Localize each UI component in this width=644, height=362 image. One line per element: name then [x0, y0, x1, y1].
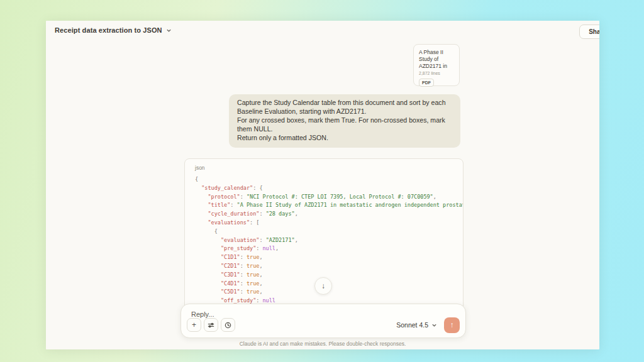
chat-window: Receipt data extraction to JSON Share A … — [46, 21, 599, 349]
chevron-down-icon — [431, 322, 437, 328]
reply-composer[interactable]: Reply... + Sonnet 4.5 ↑ — [180, 304, 466, 338]
conversation-title-menu[interactable]: Receipt data extraction to JSON — [55, 26, 172, 34]
conversation-title: Receipt data extraction to JSON — [55, 26, 162, 34]
model-name: Sonnet 4.5 — [396, 321, 428, 329]
send-button[interactable]: ↑ — [444, 317, 460, 333]
header: Receipt data extraction to JSON Share — [46, 21, 599, 40]
disclaimer-text: Claude is AI and can make mistakes. Plea… — [46, 341, 599, 347]
pdf-badge: PDF — [419, 79, 434, 87]
tools-button[interactable] — [204, 318, 218, 332]
history-button[interactable] — [221, 318, 235, 332]
attach-button[interactable]: + — [187, 318, 201, 332]
sliders-icon — [208, 322, 214, 329]
composer-toolbar: + Sonnet 4.5 ↑ — [187, 317, 460, 332]
chevron-down-icon — [166, 28, 172, 33]
model-selector[interactable]: Sonnet 4.5 — [396, 321, 437, 329]
clock-icon — [225, 322, 231, 329]
arrow-up-icon: ↑ — [450, 321, 454, 329]
scroll-to-bottom-button[interactable]: ↓ — [314, 277, 332, 295]
share-button[interactable]: Share — [579, 25, 599, 39]
attachment-line-count: 2,872 lines — [419, 71, 454, 75]
attachment-title: A Phase II Study of AZD2171 in Metastati… — [419, 49, 454, 70]
user-message-bubble: Capture the Study Calendar table from th… — [229, 94, 460, 148]
plus-icon: + — [192, 321, 196, 329]
arrow-down-icon: ↓ — [321, 282, 325, 290]
attachment-card[interactable]: A Phase II Study of AZD2171 in Metastati… — [413, 44, 460, 86]
code-language-label: json — [195, 165, 205, 171]
